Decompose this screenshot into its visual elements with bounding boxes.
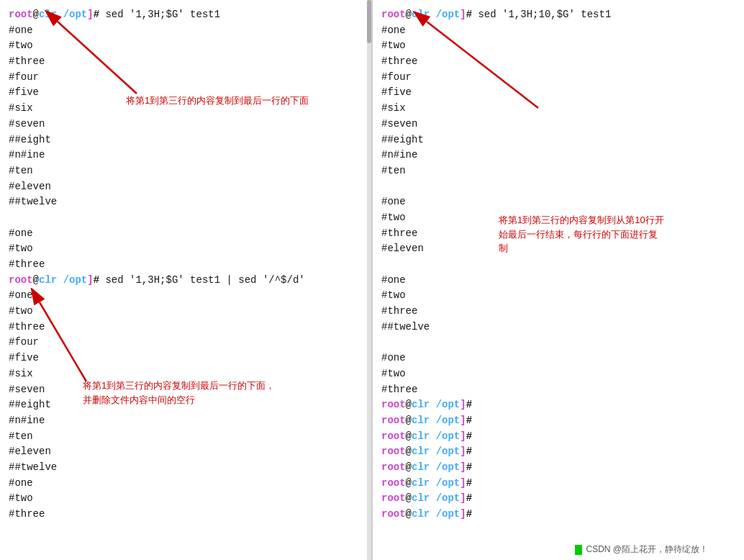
terminal-line (9, 210, 363, 226)
terminal-line: #three (381, 54, 735, 70)
terminal-line: root@clr /opt]# sed '1,3H;$G' test1 (9, 7, 363, 23)
terminal-line (381, 257, 735, 273)
terminal-line: #six (381, 101, 735, 117)
terminal-line: #n#ine (9, 413, 363, 429)
terminal-line: #one (9, 288, 363, 304)
terminal-line: ##twelve (9, 460, 363, 476)
terminal-line: root@clr /opt]# (381, 397, 735, 413)
terminal-line: #three (9, 507, 363, 523)
terminal-line: #four (381, 70, 735, 86)
terminal-line: root@clr /opt]# sed '1,3H;$G' test1 | se… (9, 273, 363, 289)
terminal-line: #ten (381, 163, 735, 179)
terminal-line: #n#ine (381, 148, 735, 163)
terminal-line: #eleven (9, 179, 363, 195)
left-annotation1: 将第1到第三行的内容复制到最后一行的下面 (126, 94, 309, 108)
terminal-line: ##eight (381, 132, 735, 148)
terminal-line: root@clr /opt]# (381, 476, 735, 492)
terminal-line: #one (9, 476, 363, 492)
terminal-line: #one (381, 351, 735, 366)
terminal-line: #one (381, 273, 735, 289)
left-scrollbar-thumb[interactable] (367, 0, 371, 43)
right-terminal-content: root@clr /opt]# sed '1,3H;10,$G' test1#o… (381, 7, 735, 523)
terminal-line: #five (9, 351, 363, 366)
terminal-line: #ten (9, 429, 363, 445)
terminal-line: #five (381, 85, 735, 101)
terminal-line: root@clr /opt]# (381, 460, 735, 476)
green-cursor-icon (575, 545, 582, 555)
terminal-line (381, 179, 735, 195)
terminal-line: root@clr /opt]# (381, 491, 735, 507)
csdn-footer: CSDN @陌上花开，静待绽放！ (575, 543, 708, 556)
terminal-line: #one (381, 194, 735, 210)
terminal-line: #one (9, 23, 363, 39)
terminal-line: #seven (381, 117, 735, 132)
terminal-line: root@clr /opt]# (381, 507, 735, 523)
terminal-line: ##twelve (381, 320, 735, 335)
terminal-line: #three (381, 382, 735, 398)
left-scrollbar[interactable] (367, 0, 371, 560)
terminal-line: #n#ine (9, 148, 363, 163)
terminal-line: #two (381, 366, 735, 382)
right-annotation1: 将第1到第三行的内容复制到从第10行开 始最后一行结束，每行行的下面进行复 制 (499, 213, 664, 256)
footer-text: CSDN @陌上花开，静待绽放！ (586, 544, 708, 554)
terminal-line: #three (9, 54, 363, 70)
terminal-line: #two (9, 304, 363, 320)
terminal-line: #two (381, 288, 735, 304)
terminal-line: #one (9, 226, 363, 242)
terminal-line: ##twelve (9, 194, 363, 210)
terminal-line: root@clr /opt]# (381, 444, 735, 460)
terminal-line: ##eight (9, 132, 363, 148)
terminal-line: root@clr /opt]# (381, 429, 735, 445)
terminal-line: #two (9, 491, 363, 507)
terminal-line: #eleven (9, 444, 363, 460)
terminal-line: #one (381, 23, 735, 39)
terminal-line: #three (9, 257, 363, 273)
terminal-line: root@clr /opt]# (381, 413, 735, 429)
terminal-line: #seven (9, 117, 363, 132)
terminal-line: #four (9, 335, 363, 351)
terminal-line: #two (381, 38, 735, 54)
terminal-line: #three (9, 320, 363, 335)
terminal-line: #two (9, 38, 363, 54)
right-panel: root@clr /opt]# sed '1,3H;10,$G' test1#o… (373, 0, 744, 560)
terminal-line: #three (381, 304, 735, 320)
terminal-line (381, 335, 735, 351)
left-terminal-content: root@clr /opt]# sed '1,3H;$G' test1#one#… (9, 7, 363, 523)
left-panel: root@clr /opt]# sed '1,3H;$G' test1#one#… (0, 0, 373, 560)
terminal-line: #two (9, 241, 363, 257)
left-annotation2: 将第1到第三行的内容复制到最后一行的下面， 并删除文件内容中间的空行 (83, 379, 275, 407)
terminal-line: #ten (9, 163, 363, 179)
terminal-line: #four (9, 70, 363, 86)
terminal-line: root@clr /opt]# sed '1,3H;10,$G' test1 (381, 7, 735, 23)
